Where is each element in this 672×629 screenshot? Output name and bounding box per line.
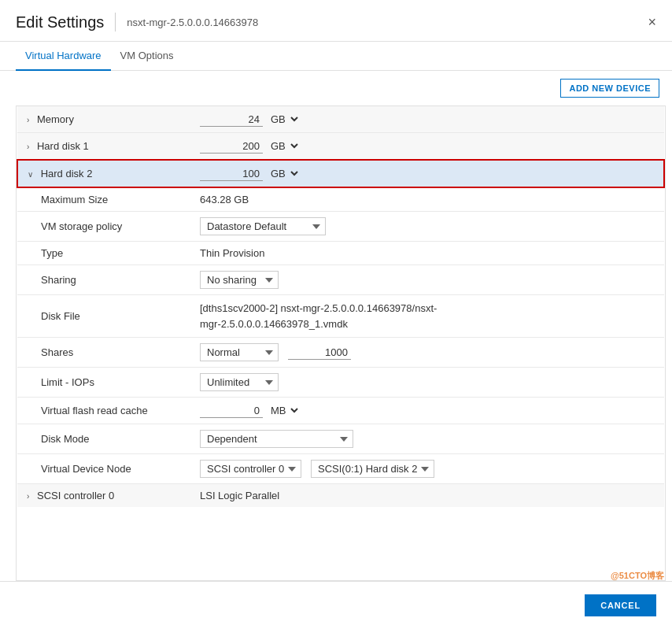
disk-file-label-text: Disk File — [41, 310, 80, 322]
hard-disk2-label-text: Hard disk 2 — [41, 168, 93, 179]
max-size-value: 643.28 GB — [190, 187, 630, 212]
disk-file-value: [dths1scv2000-2] nsxt-mgr-2.5.0.0.0.1466… — [190, 295, 630, 338]
disk-file-line1: [dths1scv2000-2] nsxt-mgr-2.5.0.0.0.1466… — [200, 302, 437, 314]
limit-iops-row: Limit - IOPs Unlimited — [17, 368, 664, 398]
type-label: Type — [17, 242, 190, 265]
limit-iops-label: Limit - IOPs — [17, 368, 190, 398]
hard-disk1-value-cell: GB MB — [190, 133, 630, 161]
disk-mode-label-text: Disk Mode — [41, 433, 89, 445]
scsi-controller-value: LSI Logic Parallel — [190, 484, 630, 508]
hardware-list[interactable]: › Memory GB MB — [16, 105, 666, 581]
hard-disk1-value-input[interactable] — [200, 139, 263, 154]
hard-disk2-row: ∨ Hard disk 2 GB MB — [17, 160, 664, 187]
scsi-controller-toggle-icon[interactable]: › — [27, 492, 29, 501]
edit-settings-dialog: Edit Settings nsxt-mgr-2.5.0.0.0.1466397… — [0, 0, 672, 629]
vflash-label-text: Virtual flash read cache — [41, 405, 148, 416]
dialog-title: Edit Settings — [16, 13, 104, 31]
hard-disk2-value-cell: GB MB — [190, 160, 630, 187]
tab-vm-options[interactable]: VM Options — [111, 42, 183, 71]
scsi-controller-label-text: SCSI controller 0 — [37, 490, 114, 501]
virtual-device-node-row: Virtual Device Node SCSI controller 0 SC… — [17, 454, 664, 484]
hard-disk1-toggle-icon[interactable]: › — [27, 142, 29, 151]
hard-disk1-label: › Hard disk 1 — [17, 133, 190, 161]
hard-disk1-unit-select[interactable]: GB MB — [266, 139, 301, 154]
storage-policy-row: VM storage policy Datastore Default — [17, 212, 664, 242]
storage-policy-select[interactable]: Datastore Default — [200, 217, 326, 235]
vflash-row: Virtual flash read cache MB GB — [17, 398, 664, 424]
virtual-device-node-label: Virtual Device Node — [17, 454, 190, 484]
disk-mode-value-cell: Dependent Independent - Persistent Indep… — [190, 424, 630, 454]
disk-mode-label: Disk Mode — [17, 424, 190, 454]
type-label-text: Type — [41, 247, 63, 259]
sharing-value-cell: No sharing — [190, 265, 630, 295]
sharing-label: Sharing — [17, 265, 190, 295]
memory-label: › Memory — [17, 106, 190, 133]
limit-iops-label-text: Limit - IOPs — [41, 376, 94, 388]
hard-disk2-value-input[interactable] — [200, 167, 263, 181]
toolbar: ADD NEW DEVICE — [0, 71, 672, 105]
storage-policy-value-cell: Datastore Default — [190, 212, 630, 242]
shares-mode-select[interactable]: Normal Low High Custom — [200, 343, 279, 361]
memory-toggle-icon[interactable]: › — [27, 116, 29, 124]
scsi-controller-select[interactable]: SCSI controller 0 — [200, 460, 301, 478]
hard-disk2-toggle-icon[interactable]: ∨ — [28, 170, 33, 179]
tab-bar: Virtual Hardware VM Options — [0, 42, 672, 71]
virtual-device-node-label-text: Virtual Device Node — [41, 463, 131, 475]
vflash-label: Virtual flash read cache — [17, 398, 190, 424]
type-row: Type Thin Provision — [17, 242, 664, 265]
shares-value-cell: Normal Low High Custom — [190, 338, 630, 368]
memory-value-cell: GB MB — [190, 106, 630, 133]
type-value: Thin Provision — [190, 242, 630, 265]
memory-value-input[interactable] — [200, 113, 263, 127]
content-area: › Memory GB MB — [0, 105, 672, 581]
dialog-header: Edit Settings nsxt-mgr-2.5.0.0.0.1466397… — [0, 0, 672, 42]
shares-label-text: Shares — [41, 346, 73, 358]
storage-policy-label-text: VM storage policy — [41, 220, 122, 232]
disk-file-line2: mgr-2.5.0.0.0.14663978_1.vmdk — [200, 318, 348, 330]
scsi-port-select[interactable]: SCSI(0:1) Hard disk 2 — [311, 460, 434, 478]
virtual-device-node-value-cell: SCSI controller 0 SCSI(0:1) Hard disk 2 — [190, 454, 630, 484]
hard-disk2-label: ∨ Hard disk 2 — [17, 160, 190, 187]
sharing-row: Sharing No sharing — [17, 265, 664, 295]
cancel-button[interactable]: CANCEL — [585, 594, 656, 616]
memory-row: › Memory GB MB — [17, 106, 664, 133]
hard-disk2-unit-select[interactable]: GB MB — [266, 166, 301, 181]
max-size-label: Maximum Size — [17, 187, 190, 212]
limit-iops-value-cell: Unlimited — [190, 368, 630, 398]
hard-disk1-label-text: Hard disk 1 — [37, 140, 89, 152]
sharing-select[interactable]: No sharing — [200, 271, 279, 289]
scsi-controller-row: › SCSI controller 0 LSI Logic Parallel — [17, 484, 664, 508]
disk-file-label: Disk File — [17, 295, 190, 338]
hard-disk1-row: › Hard disk 1 GB MB — [17, 133, 664, 161]
shares-value-input[interactable] — [288, 346, 351, 360]
close-button[interactable]: × — [648, 15, 656, 29]
dialog-subtitle: nsxt-mgr-2.5.0.0.0.14663978 — [127, 17, 258, 28]
vflash-value-cell: MB GB — [190, 398, 630, 424]
disk-mode-select[interactable]: Dependent Independent - Persistent Indep… — [200, 430, 353, 448]
hardware-table: › Memory GB MB — [17, 106, 665, 507]
max-size-label-text: Maximum Size — [41, 194, 108, 205]
add-new-device-button[interactable]: ADD NEW DEVICE — [560, 79, 659, 98]
memory-unit-select[interactable]: GB MB — [266, 112, 301, 127]
sharing-label-text: Sharing — [41, 274, 76, 286]
dialog-footer: CANCEL — [0, 581, 672, 629]
watermark: @51CTO博客 — [611, 570, 664, 582]
disk-file-row: Disk File [dths1scv2000-2] nsxt-mgr-2.5.… — [17, 295, 664, 338]
vflash-unit-select[interactable]: MB GB — [266, 403, 301, 418]
tab-virtual-hardware[interactable]: Virtual Hardware — [16, 42, 111, 71]
vflash-value-input[interactable] — [200, 404, 263, 418]
storage-policy-label: VM storage policy — [17, 212, 190, 242]
limit-iops-select[interactable]: Unlimited — [200, 373, 279, 391]
shares-row: Shares Normal Low High Custom — [17, 338, 664, 368]
memory-label-text: Memory — [37, 113, 74, 125]
max-size-row: Maximum Size 643.28 GB — [17, 187, 664, 212]
shares-label: Shares — [17, 338, 190, 368]
scsi-controller-label: › SCSI controller 0 — [17, 484, 190, 508]
header-separator — [115, 13, 116, 31]
disk-mode-row: Disk Mode Dependent Independent - Persis… — [17, 424, 664, 454]
disk-file-text: [dths1scv2000-2] nsxt-mgr-2.5.0.0.0.1466… — [200, 301, 578, 331]
